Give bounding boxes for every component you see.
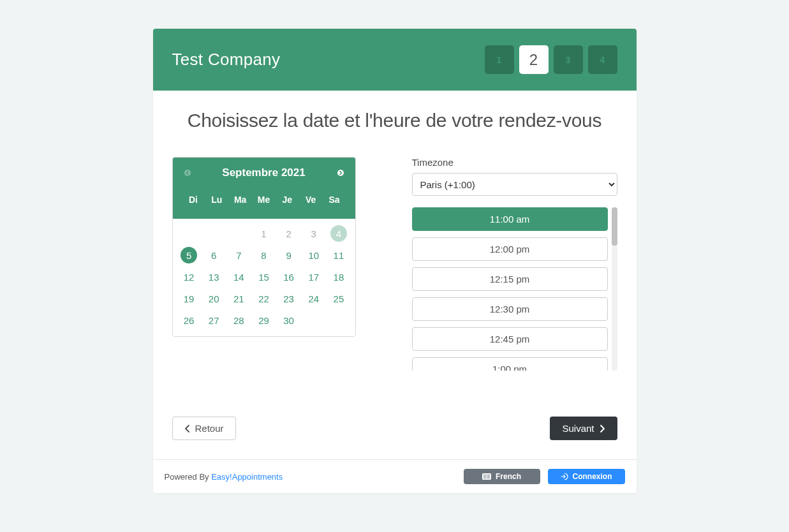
timezone-label: Timezone [412,157,617,168]
calendar-day-cell: 3 [301,223,326,244]
calendar-day-cell[interactable]: 14 [226,266,251,288]
calendar-month-label: Septembre 2021 [193,166,335,179]
calendar-day-cell[interactable]: 22 [251,288,276,309]
calendar-prev-icon [182,167,193,179]
footer: Powered By Easy!Appointments French Conn… [153,459,637,493]
calendar-day-cell[interactable]: 17 [301,266,326,288]
calendar-day-cell[interactable]: 11 [326,244,351,266]
back-button[interactable]: Retour [172,417,236,440]
calendar-day-name: Ve [299,192,323,207]
calendar-day-cell[interactable]: 25 [326,288,351,309]
timeslots-list: 11:00 am12:00 pm12:15 pm12:30 pm12:45 pm… [412,207,608,371]
calendar-next-icon[interactable] [335,167,346,179]
scrollbar-thumb[interactable] [612,207,617,246]
calendar-day-name: Sa [323,192,346,207]
page-title: Choisissez la date et l'heure de votre r… [172,110,617,131]
svg-point-1 [337,170,344,176]
calendar-day-name: Ma [228,192,252,207]
calendar-day-cell[interactable]: 16 [276,266,301,288]
calendar-day-cell[interactable]: 13 [202,266,226,288]
timeslot[interactable]: 12:15 pm [412,267,608,291]
calendar-day-name: Je [276,192,299,207]
timeslot[interactable]: 12:45 pm [412,327,608,351]
calendar-day-cell[interactable]: 5 [177,244,202,266]
timeslot[interactable]: 12:30 pm [412,297,608,321]
wizard-step-3[interactable]: 3 [554,45,583,74]
timeslot[interactable]: 1:00 pm [412,357,608,371]
calendar-day-cell[interactable]: 15 [251,266,276,288]
calendar-day-cell[interactable]: 12 [177,266,202,288]
powered-by-text: Powered By [165,472,212,482]
calendar-day-cell[interactable]: 20 [202,288,226,309]
header: Test Company 1234 [153,29,637,91]
calendar-day-cell[interactable]: 18 [326,266,351,288]
calendar-day-cell[interactable]: 6 [202,244,226,266]
company-name: Test Company [172,50,281,70]
svg-rect-3 [483,475,487,475]
calendar-day-cell [202,223,226,244]
calendar-day-cell[interactable]: 4 [326,223,351,244]
language-button-label: French [496,472,521,481]
calendar-day-cell [301,309,326,331]
calendar-day-cell: 2 [276,223,301,244]
login-icon [561,473,568,480]
language-icon [482,473,491,480]
wizard-steps: 1234 [485,45,617,74]
calendar-day-cell[interactable]: 19 [177,288,202,309]
svg-rect-6 [487,475,490,475]
calendar-day-names: DiLuMaMeJeVeSa [182,192,346,207]
next-button-label: Suivant [562,423,594,434]
wizard-step-1[interactable]: 1 [485,45,514,74]
calendar-day-cell[interactable]: 28 [226,309,251,331]
calendar-day-cell[interactable]: 10 [301,244,326,266]
footer-powered-by: Powered By Easy!Appointments [165,472,283,482]
timezone-select[interactable]: Paris (+1:00) [412,173,617,196]
calendar-day-name: Lu [205,192,228,207]
svg-rect-4 [483,477,487,477]
chevron-left-icon [184,424,190,433]
calendar-day-cell [177,223,202,244]
wizard-step-2[interactable]: 2 [519,45,549,74]
calendar-day-cell[interactable]: 23 [276,288,301,309]
calendar-day-cell: 1 [251,223,276,244]
svg-point-0 [184,170,191,176]
powered-by-link[interactable]: Easy!Appointments [211,472,283,482]
calendar-day-cell[interactable]: 8 [251,244,276,266]
svg-rect-8 [487,478,490,478]
calendar-grid: 1234567891011121314151617181920212223242… [177,223,351,331]
calendar-day-cell[interactable]: 9 [276,244,301,266]
language-button[interactable]: French [464,469,540,484]
calendar-day-cell[interactable]: 27 [202,309,226,331]
calendar-day-cell [326,309,351,331]
calendar-day-cell[interactable]: 29 [251,309,276,331]
wizard-step-4[interactable]: 4 [588,45,617,74]
login-button[interactable]: Connexion [548,469,625,484]
calendar-day-cell [226,223,251,244]
chevron-right-icon [600,424,605,433]
back-button-label: Retour [195,423,224,434]
timeslot[interactable]: 11:00 am [412,207,608,231]
svg-rect-7 [487,477,490,477]
timeslots-scrollbar[interactable] [612,207,617,371]
calendar-day-cell[interactable]: 24 [301,288,326,309]
calendar-day-cell[interactable]: 26 [177,309,202,331]
login-button-label: Connexion [573,472,612,481]
svg-rect-5 [483,478,487,478]
calendar-day-cell[interactable]: 21 [226,288,251,309]
calendar-day-cell[interactable]: 30 [276,309,301,331]
timeslot[interactable]: 12:00 pm [412,237,608,261]
calendar-day-cell[interactable]: 7 [226,244,251,266]
next-button[interactable]: Suivant [550,417,617,440]
calendar: Septembre 2021 DiLuMaMeJeVeSa 1234567891… [172,157,356,337]
calendar-day-name: Di [182,192,205,207]
calendar-day-name: Me [252,192,276,207]
